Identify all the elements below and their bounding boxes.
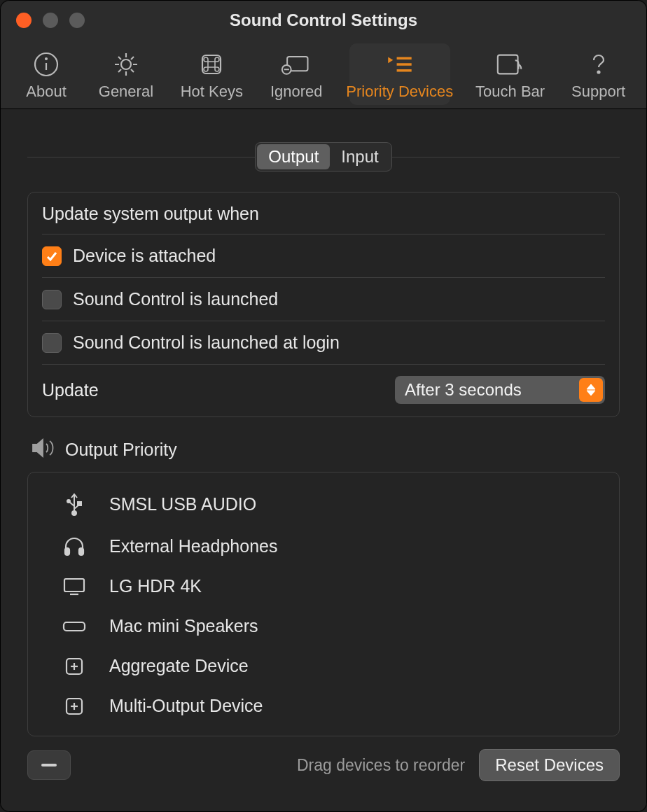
output-priority-header: Output Priority (32, 438, 620, 461)
io-segmented-control[interactable]: Output Input (255, 142, 391, 172)
titlebar: Sound Control Settings (1, 1, 646, 40)
reorder-hint: Drag devices to reorder (297, 756, 465, 775)
device-row[interactable]: LG HDR 4K (28, 566, 619, 606)
svg-marker-14 (587, 384, 595, 389)
device-name: Aggregate Device (109, 656, 249, 676)
update-when-panel: Update system output when Device is atta… (27, 192, 620, 417)
device-name: Mac mini Speakers (109, 616, 258, 636)
tab-label: Ignored (270, 83, 323, 101)
checkbox-label: Sound Control is launched at login (73, 332, 340, 353)
svg-rect-12 (497, 55, 517, 74)
remove-device-button[interactable] (27, 750, 71, 780)
svg-rect-21 (65, 548, 69, 555)
minimize-window-button[interactable] (43, 13, 58, 28)
check-row-launched[interactable]: Sound Control is launched (42, 277, 605, 321)
svg-marker-16 (33, 440, 43, 456)
info-icon (31, 49, 62, 80)
tab-label: Touch Bar (475, 83, 545, 101)
traffic-lights (1, 13, 85, 28)
command-icon (196, 49, 227, 80)
tab-touchbar[interactable]: Touch Bar (475, 43, 545, 105)
device-row[interactable]: Mac mini Speakers (28, 606, 619, 646)
svg-point-18 (67, 500, 70, 503)
popup-stepper-icon (579, 378, 603, 402)
macmini-icon (62, 620, 87, 633)
tab-hotkeys[interactable]: Hot Keys (180, 43, 244, 105)
svg-marker-15 (587, 391, 595, 396)
ignored-icon (281, 49, 312, 80)
device-row[interactable]: Multi-Output Device (28, 686, 619, 726)
svg-rect-23 (64, 579, 84, 592)
svg-point-13 (597, 71, 599, 74)
device-name: LG HDR 4K (109, 576, 202, 596)
gear-icon (111, 49, 141, 80)
touchbar-icon (495, 49, 526, 80)
checkbox-label: Device is attached (73, 246, 216, 266)
device-row[interactable]: Aggregate Device (28, 646, 619, 686)
tab-about[interactable]: About (20, 43, 72, 105)
toolbar: About General Hot Keys Ignored (1, 40, 646, 109)
checkbox[interactable] (42, 333, 62, 353)
svg-rect-19 (78, 502, 81, 505)
svg-rect-32 (41, 764, 57, 766)
device-row[interactable]: External Headphones (28, 526, 619, 566)
reset-devices-button[interactable]: Reset Devices (479, 749, 620, 781)
svg-rect-25 (64, 622, 85, 631)
tab-priority-devices[interactable]: Priority Devices (349, 43, 450, 105)
tab-label: Hot Keys (181, 83, 243, 101)
tab-ignored[interactable]: Ignored (269, 43, 324, 105)
svg-marker-8 (388, 57, 393, 63)
display-icon (62, 577, 87, 596)
tab-general[interactable]: General (97, 43, 155, 105)
checkbox[interactable] (42, 246, 62, 266)
segment-output[interactable]: Output (257, 144, 330, 169)
update-when-heading: Update system output when (42, 204, 605, 224)
device-name: SMSL USB AUDIO (109, 494, 256, 514)
svg-point-20 (72, 511, 76, 515)
tab-label: About (26, 83, 67, 101)
svg-point-2 (46, 58, 47, 59)
io-segment-row: Output Input (27, 141, 620, 172)
tab-label: Support (571, 83, 625, 101)
window-title: Sound Control Settings (1, 10, 646, 30)
update-delay-value: After 3 seconds (405, 380, 522, 400)
close-window-button[interactable] (16, 13, 32, 28)
segment-input[interactable]: Input (330, 144, 389, 169)
update-delay-row: Update After 3 seconds (42, 364, 605, 411)
svg-rect-22 (79, 548, 83, 555)
tab-label: General (99, 83, 153, 101)
usb-icon (62, 492, 87, 516)
tab-label: Priority Devices (346, 83, 453, 101)
plusbox-icon (62, 657, 87, 676)
content-area: Output Input Update system output when D… (1, 109, 646, 811)
device-name: External Headphones (109, 536, 277, 556)
device-row[interactable]: SMSL USB AUDIO (28, 482, 619, 526)
question-icon (583, 49, 614, 80)
device-list-panel: SMSL USB AUDIO External Headphones (27, 472, 620, 736)
checkbox[interactable] (42, 290, 62, 309)
check-row-launched-at-login[interactable]: Sound Control is launched at login (42, 321, 605, 364)
tab-support[interactable]: Support (570, 43, 627, 105)
speaker-icon (32, 438, 55, 461)
device-name: Multi-Output Device (109, 696, 263, 716)
svg-point-3 (121, 59, 131, 69)
output-priority-title: Output Priority (65, 440, 177, 460)
priority-list-icon (384, 49, 415, 80)
update-delay-label: Update (42, 380, 99, 400)
check-row-device-attached[interactable]: Device is attached (42, 234, 605, 277)
settings-window: Sound Control Settings About General Hot… (0, 0, 647, 812)
update-delay-popup[interactable]: After 3 seconds (395, 376, 605, 404)
plusbox-icon (62, 696, 87, 716)
headphones-icon (62, 536, 87, 556)
checkbox-label: Sound Control is launched (73, 289, 278, 309)
zoom-window-button[interactable] (69, 13, 85, 28)
footer-row: Drag devices to reorder Reset Devices (27, 749, 620, 781)
